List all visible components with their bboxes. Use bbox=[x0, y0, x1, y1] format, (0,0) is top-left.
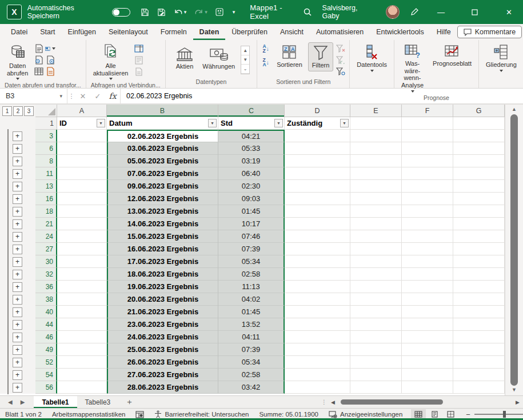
cell-std[interactable]: 04:11 bbox=[218, 331, 285, 343]
cell[interactable] bbox=[402, 255, 453, 268]
cell-id[interactable] bbox=[57, 331, 107, 343]
zoom-slider[interactable] bbox=[503, 411, 506, 418]
cell-datum[interactable]: 21.06.2023 Ergebnis bbox=[107, 306, 218, 318]
cell[interactable] bbox=[453, 205, 505, 218]
cell-std[interactable]: 01:45 bbox=[218, 205, 285, 218]
row-number[interactable]: 30 bbox=[35, 255, 57, 268]
macro-record-icon[interactable] bbox=[130, 411, 149, 418]
enter-icon[interactable]: ✓ bbox=[90, 89, 105, 103]
cell[interactable] bbox=[350, 356, 402, 369]
cell-std[interactable]: 09:03 bbox=[218, 193, 285, 205]
cell[interactable] bbox=[350, 218, 402, 230]
cell-id[interactable] bbox=[57, 356, 107, 369]
row-number[interactable]: 21 bbox=[35, 218, 57, 230]
scroll-right-icon[interactable]: ▶ bbox=[516, 399, 520, 405]
cell[interactable] bbox=[402, 293, 453, 306]
close-button[interactable]: ✕ bbox=[497, 0, 521, 24]
expand-group-button[interactable]: + bbox=[13, 144, 22, 154]
page-layout-view-button[interactable] bbox=[427, 409, 442, 420]
cell[interactable] bbox=[402, 193, 453, 205]
cell[interactable] bbox=[285, 281, 350, 293]
row-number[interactable]: 6 bbox=[35, 142, 57, 155]
cell-datum[interactable]: 23.06.2023 Ergebnis bbox=[107, 318, 218, 331]
row-number[interactable]: 38 bbox=[35, 293, 57, 306]
ribbon-tab-ansicht[interactable]: Ansicht bbox=[274, 24, 310, 40]
cell-id[interactable] bbox=[57, 205, 107, 218]
filter-dropdown-icon[interactable]: ▼ bbox=[340, 119, 349, 127]
cell[interactable] bbox=[285, 193, 350, 205]
cell[interactable] bbox=[285, 142, 350, 155]
cell-std[interactable]: 02:30 bbox=[218, 180, 285, 193]
select-all-button[interactable] bbox=[35, 105, 57, 117]
expand-group-button[interactable]: + bbox=[13, 257, 22, 267]
cell[interactable] bbox=[350, 243, 402, 255]
cell-std[interactable]: 13:52 bbox=[218, 318, 285, 331]
from-text-icon[interactable] bbox=[34, 43, 44, 54]
from-picture-icon[interactable] bbox=[45, 43, 55, 54]
row-number[interactable]: 52 bbox=[35, 356, 57, 369]
expand-group-button[interactable]: + bbox=[13, 282, 22, 292]
cell[interactable] bbox=[402, 318, 453, 331]
cell[interactable] bbox=[453, 381, 505, 394]
cell-datum[interactable]: 25.06.2023 Ergebnis bbox=[107, 343, 218, 356]
cell-datum[interactable]: 19.06.2023 Ergebnis bbox=[107, 281, 218, 293]
row-number[interactable]: 40 bbox=[35, 306, 57, 318]
cell[interactable] bbox=[350, 180, 402, 193]
cell-std[interactable]: 03:19 bbox=[218, 155, 285, 167]
row-number[interactable]: 8 bbox=[35, 155, 57, 167]
cell-id[interactable] bbox=[57, 343, 107, 356]
queries-connections-icon[interactable] bbox=[134, 43, 144, 54]
autosave-toggle[interactable] bbox=[112, 8, 130, 17]
column-header-e[interactable]: E bbox=[350, 105, 402, 117]
cell-std[interactable]: 04:02 bbox=[218, 293, 285, 306]
tab-splitter-handle[interactable]: ⋮ bbox=[321, 399, 328, 405]
column-header-a[interactable]: A bbox=[57, 105, 107, 117]
ribbon-tab-datei[interactable]: Datei bbox=[5, 24, 34, 40]
touch-mode-icon[interactable] bbox=[215, 8, 223, 16]
name-box-chevron-icon[interactable]: ▾ bbox=[59, 93, 67, 99]
pen-tool-icon[interactable] bbox=[410, 7, 419, 17]
vertical-scrollbar[interactable]: ▲ ▼ bbox=[505, 105, 523, 395]
page-break-view-button[interactable] bbox=[443, 409, 458, 420]
cell[interactable] bbox=[285, 356, 350, 369]
row-number[interactable]: 24 bbox=[35, 230, 57, 243]
cell[interactable] bbox=[402, 180, 453, 193]
cell[interactable] bbox=[402, 117, 453, 130]
cell-std[interactable]: 05:34 bbox=[218, 255, 285, 268]
ribbon-tab-seitenlayout[interactable]: Seitenlayout bbox=[102, 24, 154, 40]
cell[interactable] bbox=[285, 180, 350, 193]
outline-level-3-button[interactable]: 3 bbox=[24, 106, 34, 116]
recent-sources-icon[interactable] bbox=[34, 55, 44, 65]
cell-id[interactable] bbox=[57, 155, 107, 167]
cell[interactable] bbox=[402, 130, 453, 142]
cell-std[interactable]: 10:17 bbox=[218, 218, 285, 230]
expand-group-button[interactable]: + bbox=[13, 295, 22, 305]
cell-datum[interactable]: 27.06.2023 Ergebnis bbox=[107, 369, 218, 381]
header-cell-id[interactable]: ID▼ bbox=[57, 117, 107, 130]
cell-std[interactable]: 11:13 bbox=[218, 281, 285, 293]
cell[interactable] bbox=[402, 356, 453, 369]
cell[interactable] bbox=[453, 180, 505, 193]
cell[interactable] bbox=[350, 293, 402, 306]
cell-datum[interactable]: 24.06.2023 Ergebnis bbox=[107, 331, 218, 343]
cell-id[interactable] bbox=[57, 243, 107, 255]
cell[interactable] bbox=[285, 381, 350, 394]
cell[interactable] bbox=[285, 369, 350, 381]
ribbon-tab-automatisieren[interactable]: Automatisieren bbox=[310, 24, 370, 40]
cell[interactable] bbox=[453, 268, 505, 281]
cell-std[interactable]: 07:39 bbox=[218, 243, 285, 255]
cell-id[interactable] bbox=[57, 142, 107, 155]
cell[interactable] bbox=[285, 243, 350, 255]
cell-datum[interactable]: 03.06.2023 Ergebnis bbox=[107, 142, 218, 155]
cell-id[interactable] bbox=[57, 167, 107, 180]
cell-datum[interactable]: 09.06.2023 Ergebnis bbox=[107, 180, 218, 193]
sheet-nav-right-icon[interactable]: ▶ bbox=[21, 399, 25, 405]
outline-level-1-button[interactable]: 1 bbox=[2, 106, 12, 116]
cell[interactable] bbox=[453, 142, 505, 155]
cell-datum[interactable]: 02.06.2023 Ergebnis bbox=[107, 130, 218, 142]
scroll-left-icon[interactable]: ◀ bbox=[331, 399, 335, 405]
cell[interactable] bbox=[402, 142, 453, 155]
cell[interactable] bbox=[285, 343, 350, 356]
outline-button[interactable]: Gliederung bbox=[482, 42, 520, 74]
cell[interactable] bbox=[453, 306, 505, 318]
